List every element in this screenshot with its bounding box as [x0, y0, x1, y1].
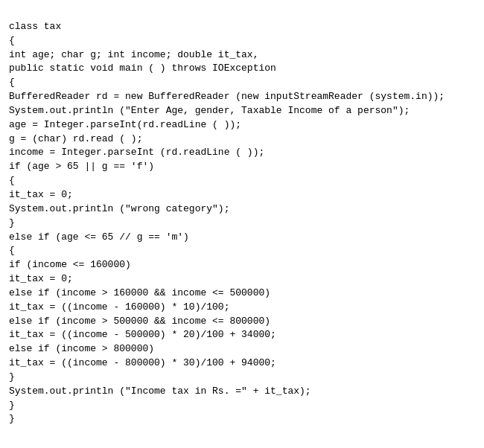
code-line: income = Integer.parseInt (rd.readLine (… — [9, 146, 475, 160]
code-line: public static void main ( ) throws IOExc… — [9, 62, 475, 76]
code-line: System.out.println ("Income tax in Rs. =… — [9, 385, 475, 399]
code-line: g = (char) rd.read ( ); — [9, 132, 475, 147]
code-line: class tax — [9, 20, 475, 34]
code-line: it_tax = ((income - 160000) * 10)/100; — [9, 301, 475, 315]
code-line: else if (income > 160000 && income <= 50… — [9, 287, 475, 301]
code-line: System.out.println ("wrong category"); — [9, 202, 475, 217]
code-line: else if (age <= 65 // g == 'm') — [9, 231, 475, 245]
code-line: age = Integer.parseInt(rd.readLine ( )); — [9, 118, 475, 132]
code-line: if (age > 65 || g == 'f') — [9, 160, 475, 174]
code-line: } — [9, 412, 475, 426]
code-line: { — [9, 34, 475, 48]
code-line: } — [9, 371, 475, 385]
code-line: } — [9, 217, 475, 231]
code-line: it_tax = ((income - 800000) * 30)/100 + … — [9, 356, 475, 371]
code-line: BufferedReader rd = new BufferedReader (… — [9, 90, 475, 104]
code-line: if (income <= 160000) — [9, 258, 475, 272]
code-line: { — [9, 76, 475, 90]
code-line: } — [9, 399, 475, 413]
code-line: it_tax = 0; — [9, 272, 475, 287]
code-line: else if (income > 500000 && income <= 80… — [9, 315, 475, 329]
code-line: int age; char g; int income; double it_t… — [9, 48, 475, 63]
code-line: System.out.println ("Enter Age, gender, … — [9, 104, 475, 118]
code-display: class tax{int age; char g; int income; d… — [9, 6, 475, 426]
code-line: { — [9, 174, 475, 188]
code-line: { — [9, 244, 475, 258]
code-line: it_tax = 0; — [9, 188, 475, 202]
code-line: it_tax = ((income - 500000) * 20)/100 + … — [9, 328, 475, 342]
code-line: else if (income > 800000) — [9, 342, 475, 356]
